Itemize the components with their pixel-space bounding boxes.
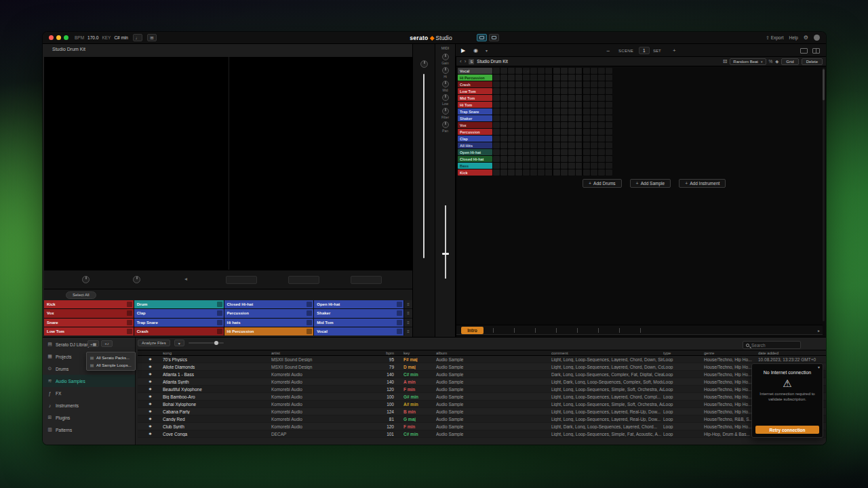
fx-slot-2[interactable] — [288, 276, 319, 284]
step-cell[interactable] — [523, 163, 530, 169]
column-header-song[interactable]: song — [163, 351, 271, 355]
step-cell[interactable] — [591, 88, 597, 94]
step-cell[interactable] — [561, 169, 568, 176]
step-cell[interactable] — [583, 169, 590, 176]
collapse-arrow-icon[interactable]: ◂ — [184, 277, 187, 282]
track-closed-hi-hat[interactable]: Closed Hi-hat — [458, 156, 492, 162]
step-cell[interactable] — [591, 95, 597, 101]
step-cell[interactable] — [561, 75, 568, 81]
drum-pad-kick[interactable]: Kick — [44, 300, 134, 308]
step-cell[interactable] — [591, 108, 597, 115]
step-cell[interactable] — [523, 156, 530, 162]
step-cell[interactable] — [561, 163, 568, 169]
step-cell[interactable] — [530, 122, 537, 128]
step-cell[interactable] — [523, 68, 530, 74]
step-cell[interactable] — [553, 102, 560, 108]
step-cell[interactable] — [515, 68, 522, 74]
step-cell[interactable] — [530, 88, 537, 94]
step-cell[interactable] — [493, 156, 500, 162]
drum-pad-clap[interactable]: Clap — [134, 309, 224, 317]
step-cell[interactable] — [598, 156, 605, 162]
step-cell[interactable] — [515, 163, 522, 169]
step-cell[interactable] — [515, 115, 522, 121]
step-cell[interactable] — [583, 115, 590, 121]
step-cell[interactable] — [598, 102, 605, 108]
step-cell[interactable] — [538, 68, 545, 74]
column-header-album[interactable]: album — [436, 351, 551, 355]
step-cell[interactable] — [591, 75, 597, 81]
track-percussion[interactable]: Percussion — [458, 129, 492, 135]
step-cell[interactable] — [530, 136, 537, 142]
sidebar-item-instruments[interactable]: ♪Instruments — [43, 399, 135, 411]
step-cell[interactable] — [493, 88, 500, 94]
fx-knob-2[interactable] — [133, 276, 140, 283]
step-cell[interactable] — [561, 81, 568, 87]
track-vox[interactable]: Vox — [458, 122, 492, 128]
step-cell[interactable] — [561, 88, 568, 94]
step-cell[interactable] — [538, 156, 545, 162]
step-cell[interactable] — [515, 108, 522, 115]
step-cell[interactable] — [583, 129, 590, 135]
step-cell[interactable] — [508, 122, 515, 128]
step-cell[interactable] — [545, 156, 552, 162]
step-cell[interactable] — [493, 142, 500, 148]
step-cell[interactable] — [523, 142, 530, 148]
step-cell[interactable] — [606, 81, 612, 87]
delete-button[interactable]: Delete — [802, 58, 823, 65]
step-cell[interactable] — [493, 169, 500, 176]
step-cell[interactable] — [553, 68, 560, 74]
help-button[interactable]: Help — [789, 35, 797, 40]
dice-icon[interactable]: ⚄ — [723, 59, 727, 64]
step-cell[interactable] — [568, 169, 575, 176]
step-cell[interactable] — [553, 75, 560, 81]
step-cell[interactable] — [591, 142, 597, 148]
step-cell[interactable] — [553, 142, 560, 148]
step-cell[interactable] — [530, 68, 537, 74]
step-cell[interactable] — [530, 163, 537, 169]
sidebar-item-audio-samples[interactable]: ≋Audio Samples — [43, 375, 135, 387]
step-cell[interactable] — [530, 102, 537, 108]
play-button[interactable]: ▶ — [461, 44, 465, 57]
step-cell[interactable] — [515, 156, 522, 162]
hi-knob[interactable] — [442, 67, 449, 74]
step-cell[interactable] — [561, 102, 568, 108]
step-cell[interactable] — [606, 88, 612, 94]
library-row-cove-conga[interactable]: ∗Cove CongaDECAP101C# minAudio SampleLig… — [138, 430, 826, 438]
step-cell[interactable] — [545, 88, 552, 94]
step-cell[interactable] — [583, 68, 590, 74]
crate-item-all-sample-loops-[interactable]: ▤All Sample Loops... — [87, 361, 135, 369]
step-cell[interactable] — [523, 108, 530, 115]
track-mid-tom[interactable]: Mid Tom — [458, 95, 492, 101]
step-cell[interactable] — [553, 156, 560, 162]
step-cell[interactable] — [568, 68, 575, 74]
step-cell[interactable] — [500, 102, 507, 108]
step-cell[interactable] — [508, 95, 515, 101]
drum-pad-mid-tom[interactable]: Mid Tom — [314, 319, 403, 327]
step-cell[interactable] — [508, 163, 515, 169]
step-cell[interactable] — [500, 68, 507, 74]
step-cell[interactable] — [538, 169, 545, 176]
pad-row-menu-button[interactable]: ≡ — [404, 327, 412, 336]
step-cell[interactable] — [538, 95, 545, 101]
step-cell[interactable] — [500, 142, 507, 148]
drum-pad-vocal[interactable]: Vocal — [314, 327, 403, 336]
step-cell[interactable] — [583, 149, 590, 155]
step-cell[interactable] — [523, 129, 530, 135]
step-cell[interactable] — [508, 75, 515, 81]
step-cell[interactable] — [545, 115, 552, 121]
step-cell[interactable] — [583, 95, 590, 101]
step-cell[interactable] — [500, 122, 507, 128]
step-cell[interactable] — [591, 115, 597, 121]
step-cell[interactable] — [500, 95, 507, 101]
step-cell[interactable] — [568, 163, 575, 169]
step-cell[interactable] — [538, 129, 545, 135]
drum-pad-crash[interactable]: Crash — [134, 327, 224, 336]
step-cell[interactable] — [515, 129, 522, 135]
step-cell[interactable] — [538, 163, 545, 169]
step-cell[interactable] — [553, 88, 560, 94]
step-cell[interactable] — [553, 115, 560, 121]
step-cell[interactable] — [538, 108, 545, 115]
step-cell[interactable] — [530, 142, 537, 148]
step-cell[interactable] — [606, 68, 612, 74]
fx-knob-1[interactable] — [82, 276, 90, 283]
